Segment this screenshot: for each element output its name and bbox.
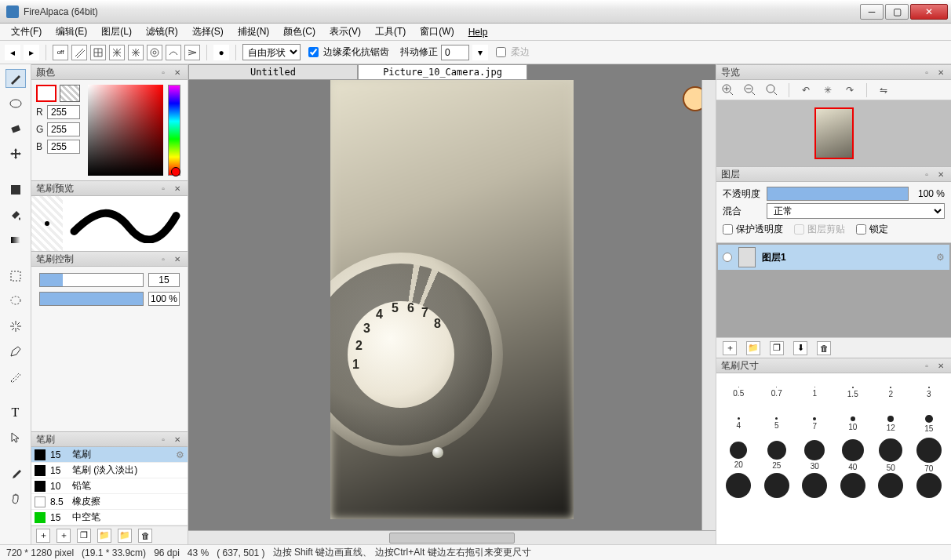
brush-size-cell[interactable]: 7 [799, 417, 830, 431]
minimize-button[interactable]: ─ [860, 4, 884, 20]
tool-select-pen[interactable] [5, 342, 26, 361]
zoom-fit-icon[interactable] [765, 83, 779, 97]
brush-size-cell[interactable] [913, 473, 945, 500]
tool-bucket[interactable] [5, 205, 26, 224]
close-panel-icon[interactable]: ✕ [172, 434, 183, 445]
snap-vanish-icon[interactable] [184, 45, 200, 60]
close-panel-icon[interactable]: ✕ [172, 183, 183, 194]
brush-list-item[interactable]: 15笔刷 (淡入淡出) [31, 463, 188, 478]
navigator-thumbnail[interactable] [814, 107, 854, 159]
brush-opacity-value[interactable]: 100 % [148, 292, 180, 306]
undock-icon[interactable]: ▫ [158, 67, 169, 78]
color-b-input[interactable] [47, 140, 80, 154]
tool-brush[interactable] [5, 69, 26, 88]
duplicate-brush-icon[interactable]: ❐ [77, 529, 91, 543]
tool-move[interactable] [5, 144, 26, 163]
brush-size-cell[interactable] [799, 473, 830, 500]
brush-size-cell[interactable]: 1 [799, 387, 830, 398]
color-g-input[interactable] [47, 122, 80, 136]
tool-select-brush[interactable] [5, 367, 26, 386]
brush-list-item[interactable]: 15笔刷⚙ [31, 447, 188, 463]
brush-size-cell[interactable]: 10 [837, 416, 869, 431]
brush-list-item[interactable]: 15中空笔 [31, 510, 188, 525]
tool-select-rect[interactable] [5, 267, 26, 285]
menu-help[interactable]: Help [462, 25, 494, 39]
menu-select[interactable]: 选择(S) [186, 24, 230, 40]
stabilizer-value[interactable] [441, 45, 469, 60]
snap-off-icon[interactable]: off [53, 45, 68, 60]
close-panel-icon[interactable]: ✕ [172, 253, 183, 264]
brush-size-cell[interactable] [875, 473, 906, 500]
brush-size-cell[interactable]: 4 [723, 417, 754, 430]
tool-eyedropper[interactable] [5, 464, 26, 483]
close-panel-icon[interactable]: ✕ [935, 360, 946, 371]
tool-text[interactable]: T [5, 403, 26, 422]
rotate-right-icon[interactable]: ↷ [843, 83, 857, 97]
delete-brush-icon[interactable]: 🗑 [138, 529, 152, 543]
canvas[interactable]: 6 7 8 5 4 3 2 1 [330, 80, 574, 519]
folder-icon[interactable]: 📁 [97, 529, 111, 543]
color-r-input[interactable] [47, 105, 80, 119]
foreground-swatch[interactable] [36, 85, 56, 102]
brush-size-cell[interactable]: 3 [913, 387, 945, 398]
protect-alpha-checkbox[interactable]: 保护透明度 [723, 223, 783, 236]
menu-color[interactable]: 颜色(C) [277, 24, 322, 40]
menu-window[interactable]: 窗口(W) [414, 24, 460, 40]
maximize-button[interactable]: ▢ [885, 4, 909, 20]
brush-size-cell[interactable]: 20 [723, 442, 754, 469]
tool-hand[interactable] [5, 489, 26, 508]
menu-tool[interactable]: 工具(T) [369, 24, 412, 40]
tool-wand[interactable] [5, 317, 26, 336]
snap-grid-icon[interactable] [90, 45, 106, 60]
nav-back-icon[interactable]: ◂ [5, 45, 20, 60]
tool-lasso[interactable] [5, 292, 26, 311]
add-brush-icon[interactable]: ＋ [36, 529, 50, 543]
tool-blob[interactable] [5, 94, 26, 113]
brush-list-item[interactable]: 10铅笔 [31, 478, 188, 494]
undock-icon[interactable]: ▫ [921, 67, 932, 78]
shape-select[interactable]: 自由形状 [242, 44, 301, 60]
duplicate-layer-icon[interactable]: ❐ [770, 341, 784, 355]
undock-icon[interactable]: ▫ [921, 360, 932, 371]
brush-size-cell[interactable]: 40 [837, 439, 869, 471]
snap-crosshatch-icon[interactable] [109, 45, 125, 60]
horizontal-scrollbar[interactable] [188, 530, 716, 544]
lock-checkbox[interactable]: 锁定 [856, 223, 888, 236]
menu-edit[interactable]: 编辑(E) [49, 24, 93, 40]
undock-icon[interactable]: ▫ [921, 169, 932, 180]
close-button[interactable]: ✕ [910, 4, 948, 20]
brush-size-cell[interactable]: 1.5 [837, 387, 869, 398]
brush-size-value[interactable]: 15 [148, 273, 180, 287]
tool-pointer[interactable] [5, 428, 26, 447]
layer-opacity-slider[interactable] [767, 187, 909, 201]
brush-opacity-slider[interactable] [39, 292, 144, 306]
brush-size-cell[interactable]: 5 [761, 417, 792, 430]
blend-mode-select[interactable]: 正常 [767, 203, 945, 219]
brush-list-item[interactable]: 8.5橡皮擦 [31, 494, 188, 510]
delete-layer-icon[interactable]: 🗑 [817, 341, 831, 355]
zoom-in-icon[interactable] [721, 83, 735, 97]
stabilizer-dropdown-icon[interactable]: ▾ [472, 45, 488, 60]
undock-icon[interactable]: ▫ [158, 434, 169, 445]
merge-down-icon[interactable]: ⬇ [793, 341, 807, 355]
brush-size-cell[interactable]: 30 [799, 440, 830, 471]
close-panel-icon[interactable]: ✕ [172, 67, 183, 78]
menu-filter[interactable]: 滤镜(R) [140, 24, 184, 40]
layer-row[interactable]: 图层1 ⚙ [718, 245, 949, 270]
rotate-left-icon[interactable]: ↶ [799, 83, 813, 97]
new-folder-icon[interactable]: 📁 [746, 341, 760, 355]
folder2-icon[interactable]: 📁 [118, 529, 132, 543]
document-tab[interactable]: Picture_10_Camera.jpg [358, 64, 527, 80]
brush-size-cell[interactable] [723, 473, 754, 500]
brush-size-cell[interactable]: 2 [875, 387, 906, 398]
brush-size-cell[interactable]: 15 [913, 415, 945, 433]
menu-layer[interactable]: 图层(L) [95, 24, 138, 40]
close-panel-icon[interactable]: ✕ [935, 67, 946, 78]
brush-size-slider[interactable] [39, 273, 144, 287]
hue-slider[interactable] [168, 85, 180, 176]
close-panel-icon[interactable]: ✕ [935, 169, 946, 180]
brush-size-cell[interactable]: 12 [875, 416, 906, 432]
background-swatch[interactable] [60, 85, 80, 102]
color-field[interactable] [88, 85, 163, 176]
menu-snap[interactable]: 捕捉(N) [231, 24, 276, 40]
